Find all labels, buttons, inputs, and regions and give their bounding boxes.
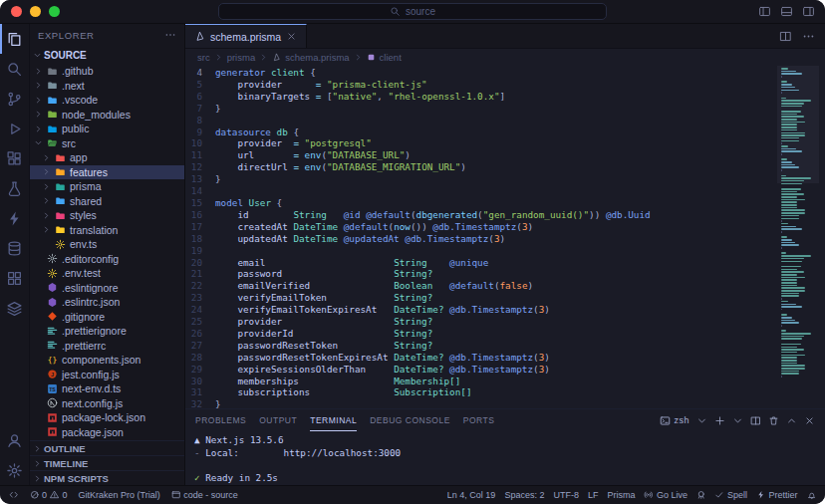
tree-item-editorconfig[interactable]: .editorconfig	[30, 252, 184, 267]
code-line-16[interactable]: 16 id String @id @default(dbgenerated("g…	[185, 209, 825, 221]
status-prettier[interactable]: Prettier	[756, 490, 798, 500]
panel-tab-debug-console[interactable]: DEBUG CONSOLE	[370, 409, 450, 431]
code-line-24[interactable]: 24 verifyEmailTokenExpiresAt DateTime? @…	[185, 304, 825, 316]
code-line-30[interactable]: 30 memberships Membership[]	[185, 376, 825, 387]
code-line-22[interactable]: 22 emailVerified Boolean @default(false)	[185, 280, 825, 292]
chevron-up-icon[interactable]	[786, 415, 797, 426]
tree-item-prettierrc[interactable]: .prettierrc	[30, 339, 184, 354]
terminal-output[interactable]: ▲ Next.js 13.5.6- Local: http://localhos…	[185, 431, 825, 485]
activity-run-and-debug[interactable]	[0, 114, 29, 143]
section-outline[interactable]: OUTLINE	[30, 440, 184, 455]
tab-schema-prisma[interactable]: schema.prisma	[185, 24, 307, 48]
status-spell[interactable]: Spell	[714, 490, 747, 500]
activity-source-control[interactable]	[0, 84, 29, 114]
minimize-window-button[interactable]	[30, 6, 41, 17]
code-line-19[interactable]: 19	[185, 245, 825, 257]
panel-tab-problems[interactable]: PROBLEMS	[195, 409, 246, 431]
breadcrumb-prisma[interactable]: prisma	[227, 52, 256, 63]
tree-item-gitignore[interactable]: .gitignore	[30, 310, 184, 325]
tree-item-env-ts[interactable]: env.ts	[30, 237, 184, 252]
breadcrumb-src[interactable]: src	[197, 52, 210, 63]
tree-item-next-config-js[interactable]: next.config.js	[30, 396, 184, 411]
split-icon[interactable]	[750, 415, 761, 426]
status-eol[interactable]: LF	[588, 490, 599, 500]
status-indentation[interactable]: Spaces: 2	[504, 490, 544, 500]
status-gitkraken[interactable]	[696, 490, 706, 500]
activity-settings[interactable]	[0, 455, 29, 485]
tree-item-next-env-d-ts[interactable]: TSnext-env.d.ts	[30, 381, 184, 396]
code-line-18[interactable]: 18 updatedAt DateTime @updatedAt @db.Tim…	[185, 233, 825, 245]
activity-gitlens[interactable]	[0, 293, 29, 323]
status-remote[interactable]	[9, 490, 19, 500]
explorer-more-actions-icon[interactable]	[164, 29, 176, 41]
close-icon[interactable]	[804, 415, 815, 426]
code-line-32[interactable]: 32}	[185, 398, 825, 408]
status-notifications[interactable]	[807, 490, 817, 500]
code-line-9[interactable]: 9datasource db {	[185, 126, 825, 138]
close-window-button[interactable]	[11, 6, 22, 17]
code-line-25[interactable]: 25 provider String?	[185, 316, 825, 328]
code-line-12[interactable]: 12 directUrl = env("DATABASE_MIGRATION_U…	[185, 161, 825, 173]
code-line-7[interactable]: 7}	[185, 103, 825, 115]
code-line-26[interactable]: 26 providerId String?	[185, 328, 825, 340]
tree-item-prisma[interactable]: prisma	[30, 179, 184, 194]
tree-item-styles[interactable]: styles	[30, 208, 184, 223]
terminal-profile-dropdown[interactable]: zsh	[660, 415, 689, 426]
trash-icon[interactable]	[768, 415, 779, 426]
activity-docker[interactable]	[0, 263, 29, 293]
code-line-17[interactable]: 17 createdAt DateTime @default(now()) @d…	[185, 221, 825, 233]
tree-item-prettierignore[interactable]: .prettierignore	[30, 324, 184, 339]
plus-icon[interactable]	[714, 415, 725, 426]
tree-item-components-json[interactable]: {}components.json	[30, 353, 184, 368]
code-line-28[interactable]: 28 passwordResetTokenExpiresAt DateTime?…	[185, 352, 825, 364]
status-problems[interactable]: 00	[30, 490, 68, 500]
tree-item-package-lock-json[interactable]: package-lock.json	[30, 410, 184, 425]
code-line-5[interactable]: 5 provider = "prisma-client-js"	[185, 79, 825, 91]
breadcrumb-client[interactable]: client	[380, 52, 402, 63]
code-line-21[interactable]: 21 password String?	[185, 268, 825, 280]
tree-item-src[interactable]: src	[30, 136, 184, 151]
activity-explorer[interactable]	[0, 24, 29, 54]
code-line-10[interactable]: 10 provider = "postgresql"	[185, 137, 825, 149]
status-gitkraken-pro[interactable]: GitKraken Pro (Trial)	[79, 490, 160, 500]
code-line-11[interactable]: 11 url = env("DATABASE_URL")	[185, 149, 825, 161]
code-line-31[interactable]: 31 subscriptions Subscription[]	[185, 386, 825, 398]
activity-thunder-client[interactable]	[0, 203, 29, 233]
activity-accounts[interactable]	[0, 425, 29, 455]
layout-right-icon[interactable]	[802, 5, 815, 18]
status-cursor-position[interactable]: Ln 4, Col 19	[447, 490, 496, 500]
chevron-down-icon[interactable]	[696, 415, 707, 426]
code-line-8[interactable]: 8	[185, 115, 825, 126]
layout-panel-icon[interactable]	[780, 5, 793, 18]
activity-testing[interactable]	[0, 173, 29, 203]
tree-item-public[interactable]: public	[30, 122, 184, 136]
code-line-23[interactable]: 23 verifyEmailToken String?	[185, 292, 825, 304]
panel-tab-terminal[interactable]: TERMINAL	[310, 409, 357, 431]
status-project[interactable]: code - source	[171, 490, 238, 500]
tree-item-jest-config-js[interactable]: Jjest.config.js	[30, 368, 184, 382]
tree-item-features[interactable]: features	[30, 165, 184, 180]
code-line-15[interactable]: 15model User {	[185, 197, 825, 209]
section-npm-scripts[interactable]: NPM SCRIPTS	[30, 470, 184, 485]
code-line-6[interactable]: 6 binaryTargets = ["native", "rhel-opens…	[185, 91, 825, 103]
tree-item-app[interactable]: app	[30, 150, 184, 165]
command-center-search[interactable]: source	[218, 3, 607, 20]
activity-database[interactable]	[0, 233, 29, 263]
tree-item-eslintrc-json[interactable]: .eslintrc.json	[30, 295, 184, 310]
panel-tab-output[interactable]: OUTPUT	[259, 409, 297, 431]
breadcrumb-schema-prisma[interactable]: schema.prisma	[285, 52, 349, 63]
code-line-13[interactable]: 13}	[185, 173, 825, 185]
status-encoding[interactable]: UTF-8	[553, 490, 579, 500]
code-line-20[interactable]: 20 email String @unique	[185, 257, 825, 269]
section-timeline[interactable]: TIMELINE	[30, 455, 184, 470]
editor-more-actions-icon[interactable]	[802, 30, 815, 43]
layout-left-icon[interactable]	[758, 5, 771, 18]
close-tab-icon[interactable]	[286, 31, 297, 42]
tree-item-node-modules[interactable]: node_modules	[30, 108, 184, 123]
activity-search[interactable]	[0, 54, 29, 84]
tree-item-eslintignore[interactable]: .eslintignore	[30, 281, 184, 296]
code-line-4[interactable]: 4generator client {	[185, 67, 825, 79]
tree-item-vscode[interactable]: .vscode	[30, 93, 184, 108]
tree-item-github[interactable]: .github	[30, 64, 184, 79]
split-editor-icon[interactable]	[779, 30, 792, 43]
